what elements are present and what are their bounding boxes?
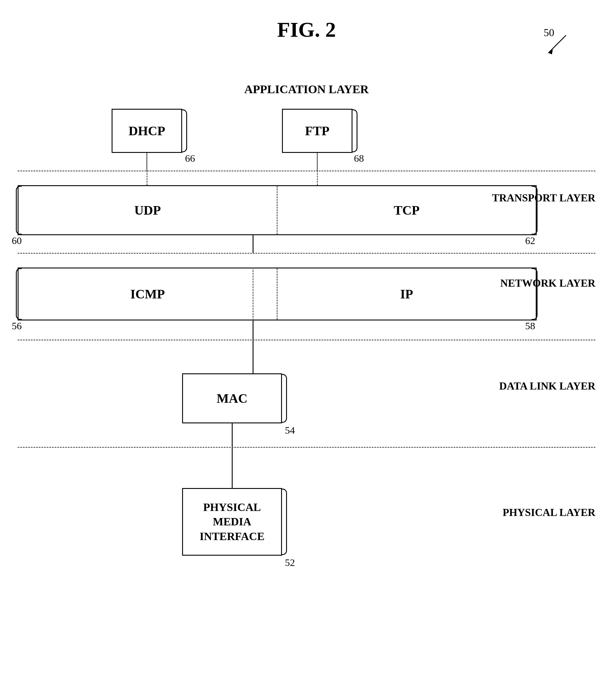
udp-dashed-connector xyxy=(146,170,147,185)
dashed-separator-2 xyxy=(18,253,595,254)
ref-58: 58 xyxy=(525,320,535,332)
network-center-dashed xyxy=(252,268,253,320)
datalink-physical-connector xyxy=(232,423,233,488)
tcp-dashed-connector xyxy=(317,170,318,185)
ip-label: IP xyxy=(277,287,536,302)
ref-54: 54 xyxy=(285,425,295,436)
mac-box: MAC xyxy=(182,373,282,423)
dhcp-bracket xyxy=(181,110,187,152)
ftp-bracket xyxy=(352,110,357,152)
figure-title: FIG. 2 xyxy=(277,18,336,42)
dashed-separator-4 xyxy=(18,447,595,448)
network-bracket-left xyxy=(16,268,22,320)
network-layer-label: NETWORK LAYER xyxy=(500,276,595,290)
arrow-50-icon xyxy=(539,32,575,62)
physical-layer-label: PHYSICAL LAYER xyxy=(503,506,595,520)
ref-60: 60 xyxy=(12,235,22,246)
ref-66: 66 xyxy=(185,153,195,164)
transport-layer-label: TRANSPORT LAYER xyxy=(492,191,595,205)
ref-52: 52 xyxy=(285,557,295,568)
network-box: ICMP IP xyxy=(18,268,537,320)
application-layer-label: APPLICATION LAYER xyxy=(244,82,369,96)
ref-56: 56 xyxy=(12,320,22,332)
ftp-connector-line xyxy=(317,153,317,170)
transport-network-connector xyxy=(252,235,253,253)
network-bracket-right xyxy=(532,268,537,320)
tcp-label: TCP xyxy=(277,203,536,218)
dhcp-connector-line xyxy=(146,153,147,170)
dashed-separator-3 xyxy=(18,340,595,341)
dhcp-box: DHCP xyxy=(112,109,182,153)
transport-bracket-left xyxy=(16,186,22,234)
network-datalink-connector xyxy=(252,320,253,373)
mac-bracket xyxy=(281,374,287,423)
transport-box: UDP TCP xyxy=(18,185,537,235)
ftp-box: FTP xyxy=(282,109,352,153)
ref-62: 62 xyxy=(525,235,535,246)
udp-label: UDP xyxy=(18,186,277,234)
pmi-bracket xyxy=(281,488,287,555)
icmp-label: ICMP xyxy=(18,268,277,320)
dashed-separator-1 xyxy=(18,170,595,171)
ref-68: 68 xyxy=(354,153,364,164)
pmi-box: PHYSICAL MEDIA INTERFACE xyxy=(182,488,282,556)
svg-line-0 xyxy=(548,35,566,53)
data-link-layer-label: DATA LINK LAYER xyxy=(499,379,595,393)
